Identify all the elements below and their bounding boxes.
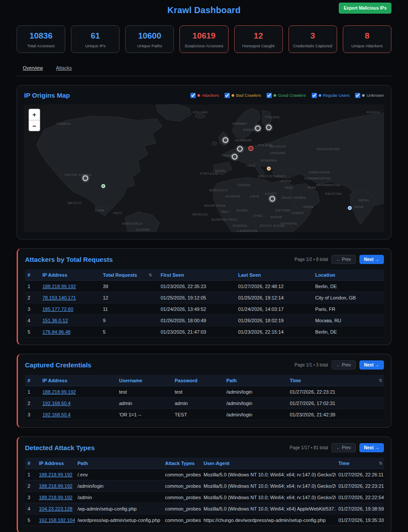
stat-value: 3 [291,31,335,41]
last-seen-cell: 01/25/2026, 19:12:14 [236,295,313,300]
ip-link[interactable]: 78.153.140.171 [40,295,100,300]
zoom-in-button[interactable]: + [29,109,40,120]
legend-checkbox[interactable] [312,93,317,98]
ip-link[interactable]: 188.218.99.192 [40,284,100,289]
legend-checkbox[interactable] [225,93,230,98]
map-marker[interactable] [267,167,271,171]
sort-icon[interactable]: ⇅ [379,378,382,383]
attack-types-next-button[interactable]: Next → [359,443,384,452]
col-first-seen: First Seen [158,272,236,278]
map-country-label: EGYPT [265,192,277,195]
attack-types-card: Detected Attack Types Page 1/17 • 81 tot… [17,437,391,532]
row-index: 1 [25,389,40,395]
ip-link[interactable]: 192.168.50.4 [40,412,116,417]
credentials-next-button[interactable]: Next → [359,360,384,370]
stat-value: 8 [345,31,389,41]
map-marker[interactable] [248,146,253,151]
map-country-label: GUYANA [136,228,150,231]
map-country-label: IRAN [308,186,316,189]
total-requests-cell: 5 [100,329,158,335]
legend-item[interactable]: Good Crawlers [267,93,306,98]
map-marker[interactable] [348,206,352,210]
map-marker[interactable] [270,196,275,202]
stat-label: Honeypot Caught [236,43,281,48]
legend-checkbox[interactable] [267,93,272,98]
location-cell: Paris, FR [313,307,384,312]
topbar: Krawl Dashboard Export Malicious IPs [17,0,391,19]
row-index: 3 [25,412,40,417]
attack-types-page-info: Page 1/17 • 81 total [290,445,328,450]
map-country-label: SENEGAL [192,213,208,216]
attackers-next-button[interactable]: Next → [359,255,384,264]
sort-icon[interactable]: ⇅ [148,273,152,277]
map-country-label: NIGERIA [233,224,247,227]
map-marker[interactable] [255,126,261,131]
legend-item[interactable]: Regular Users [312,93,350,98]
zoom-out-button[interactable]: − [29,120,40,131]
ip-link[interactable]: 162.158.182.104 [36,518,75,523]
credentials-prev-button[interactable]: ← Prev [331,360,355,370]
attackers-table: # IP Address Total Requests⇅ First Seen … [25,269,384,338]
tab-attacks[interactable]: Attacks [56,65,72,70]
map-country-label: BURKINA FASO [212,218,238,221]
attack-types-prev-button[interactable]: ← Prev [331,443,355,452]
stats-row: 10836 Total Accesses 61 Unique IPs 10600… [17,25,391,53]
legend-checkbox[interactable] [355,93,360,98]
row-index: 4 [25,506,36,511]
ip-link[interactable]: 188.218.99.192 [36,483,75,489]
row-index: 5 [25,329,40,335]
ip-link[interactable]: 188.218.99.192 [36,472,75,477]
map-country-label: NIGER [237,209,248,212]
map-country-label: UZBEKISTAN [308,170,330,173]
ip-link[interactable]: 176.84.96.48 [40,329,100,335]
sort-icon[interactable]: ⇅ [379,461,382,465]
attackers-prev-button[interactable]: ← Prev [331,255,355,264]
map-marker[interactable] [237,146,243,152]
credentials-card: Captured Credentials Page 1/1 • 3 total … [17,354,391,428]
map-country-label: OMAN [303,205,313,208]
ip-link[interactable]: 192.168.50.4 [40,401,116,406]
export-malicious-ips-button[interactable]: Export Malicious IPs [339,3,391,14]
map-marker[interactable] [232,154,237,159]
ip-link[interactable]: 104.23.223.128 [36,506,75,511]
legend-dot-icon [197,94,200,97]
stat-card: 61 Unique IPs [71,25,120,53]
legend-item[interactable]: Bad Crawlers [225,93,261,98]
ip-link[interactable]: 188.218.99.192 [36,495,75,500]
first-seen-cell: 01/25/2026, 19:12:05 [158,295,236,300]
stat-card: 3 Credentials Captured [288,25,337,53]
tab-overview[interactable]: Overview [23,65,43,70]
path-cell: /admin/login [224,412,287,417]
col-attack-types: Attack Types [162,461,201,466]
username-cell: admin [116,401,172,406]
map-country-label: INDIA [354,205,364,208]
attackers-card: Attackers by Total Requests Page 1/2 • 8… [17,248,391,345]
map-marker[interactable] [223,137,229,143]
table-row: 2 78.153.140.171 12 01/25/2026, 19:12:05… [25,292,384,303]
table-row: 5 162.158.182.104 /wordpress/wp-admin/se… [25,514,384,526]
attackers-title: Attackers by Total Requests [25,256,113,263]
location-cell: Berlin, DE [313,284,384,289]
legend-checkbox[interactable] [190,93,196,98]
map-country-label: BELARUS [270,145,286,148]
credentials-page-info: Page 1/1 • 3 total [295,363,328,367]
world-map[interactable]: CANADA UNITED STATES MEXICO CUBA HAITI V… [24,104,384,232]
ip-link[interactable]: 188.218.99.192 [40,389,116,395]
legend-label: Regular Users [323,93,350,98]
ip-link[interactable]: 185.177.72.60 [40,307,100,312]
col-ip-address: IP Address [40,272,100,278]
map-marker[interactable] [101,184,105,188]
map-marker[interactable] [266,124,271,130]
legend-item[interactable]: Attackers [190,93,219,98]
time-cell: 01/27/2026, 19:35:33 [336,518,384,523]
legend-item[interactable]: Unknown [355,93,384,98]
legend-label: Unknown [366,93,384,98]
credentials-pager: Page 1/1 • 3 total ← Prev Next → [295,360,384,370]
last-seen-cell: 01/23/2026, 22:15:14 [236,329,313,335]
table-row: 2 188.218.99.192 /admin/login common_pro… [25,480,384,492]
map-country-label: TURKMENISTAN [304,177,331,180]
user-agent-cell: Mozilla/5.0 (Windows NT 10.0; Win64; x64… [201,483,336,489]
map-marker[interactable] [82,176,88,181]
ip-link[interactable]: 151.36.0.12 [40,318,100,323]
table-row: 4 151.36.0.12 9 01/26/2026, 18:00:49 01/… [25,315,384,326]
